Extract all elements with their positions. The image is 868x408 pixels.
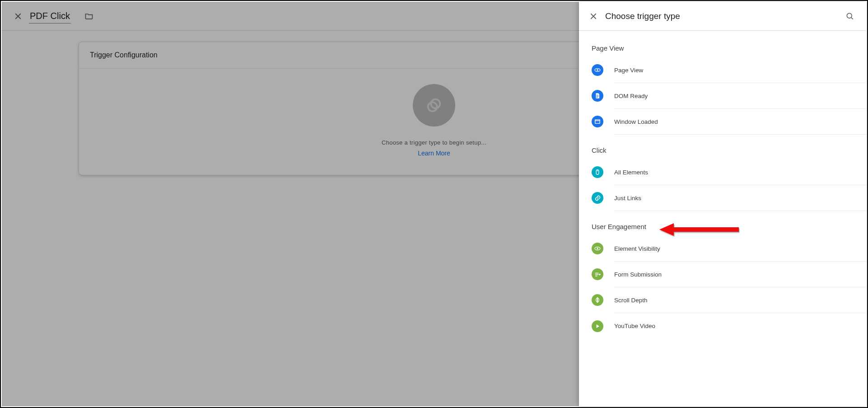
trigger-form-submission[interactable]: Form Submission bbox=[614, 262, 866, 287]
trigger-label: Page View bbox=[614, 67, 643, 74]
trigger-label: DOM Ready bbox=[614, 93, 648, 99]
eye-icon bbox=[592, 64, 603, 76]
close-icon[interactable] bbox=[584, 7, 602, 25]
trigger-window-loaded[interactable]: Window Loaded bbox=[614, 109, 866, 135]
panel-body[interactable]: Page View Page View DOM Ready Window Loa… bbox=[579, 31, 866, 406]
choose-trigger-panel: Choose trigger type Page View Page View … bbox=[579, 2, 866, 406]
panel-header: Choose trigger type bbox=[579, 2, 866, 31]
trigger-label: Window Loaded bbox=[614, 118, 658, 125]
search-icon[interactable] bbox=[841, 7, 859, 25]
trigger-label: Scroll Depth bbox=[614, 297, 648, 304]
mouse-icon bbox=[592, 166, 603, 178]
placeholder-text: Choose a trigger type to begin setup... bbox=[382, 139, 486, 146]
section-click: Click bbox=[592, 135, 866, 159]
close-icon[interactable] bbox=[9, 7, 27, 25]
section-user-engagement: User Engagement bbox=[592, 211, 866, 236]
trigger-element-visibility[interactable]: Element Visibility bbox=[614, 236, 866, 262]
trigger-just-links[interactable]: Just Links bbox=[614, 185, 866, 211]
panel-title: Choose trigger type bbox=[605, 11, 680, 21]
folder-icon[interactable] bbox=[80, 7, 98, 25]
svg-point-2 bbox=[847, 13, 852, 18]
svg-point-8 bbox=[597, 248, 598, 249]
trigger-label: All Elements bbox=[614, 169, 648, 176]
trigger-dom-ready[interactable]: DOM Ready bbox=[614, 83, 866, 109]
visibility-icon bbox=[592, 243, 603, 254]
svg-rect-5 bbox=[595, 120, 600, 123]
trigger-page-view[interactable]: Page View bbox=[614, 57, 866, 83]
trigger-scroll-depth[interactable]: Scroll Depth bbox=[614, 287, 866, 313]
scroll-icon bbox=[592, 294, 603, 306]
trigger-all-elements[interactable]: All Elements bbox=[614, 159, 866, 185]
trigger-youtube-video[interactable]: YouTube Video bbox=[614, 313, 866, 339]
trigger-name-field[interactable]: PDF Click bbox=[29, 9, 71, 23]
trigger-label: Just Links bbox=[614, 195, 641, 202]
trigger-label: YouTube Video bbox=[614, 323, 655, 329]
play-icon bbox=[592, 320, 603, 332]
section-page-view: Page View bbox=[592, 33, 866, 57]
trigger-label: Form Submission bbox=[614, 271, 662, 278]
document-icon bbox=[592, 90, 603, 102]
trigger-label: Element Visibility bbox=[614, 245, 660, 252]
link-icon bbox=[592, 192, 603, 204]
placeholder-circle-icon bbox=[413, 84, 455, 127]
window-icon bbox=[592, 116, 603, 127]
learn-more-link[interactable]: Learn More bbox=[418, 150, 450, 157]
svg-point-4 bbox=[597, 69, 598, 70]
form-icon bbox=[592, 268, 603, 280]
